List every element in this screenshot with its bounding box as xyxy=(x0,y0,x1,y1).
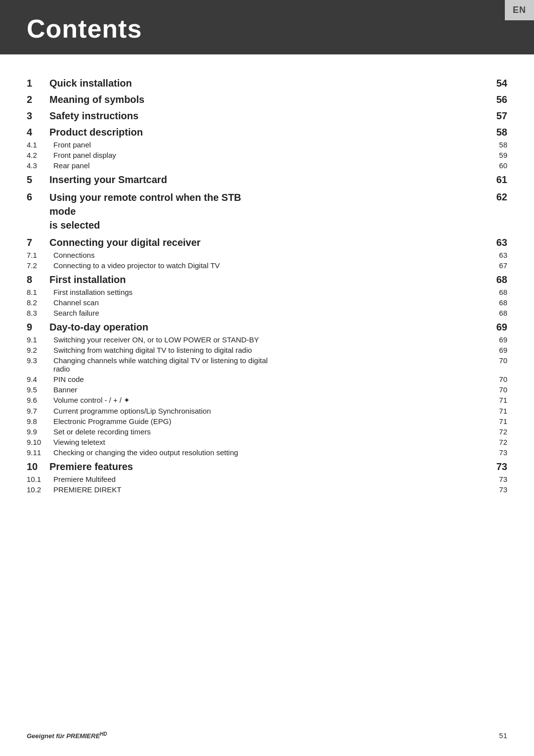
toc-page-4-2: 59 xyxy=(490,151,507,159)
toc-number-10: 10 xyxy=(27,461,49,472)
toc-label-9: Day-to-day operation xyxy=(49,322,269,333)
toc-entry-4: 4 Product description 58 xyxy=(27,123,507,140)
toc-entry-5: 5 Inserting your Smartcard 61 xyxy=(27,171,507,187)
footer-brand-name: PREMIEREHD xyxy=(66,732,107,740)
toc-page-4: 58 xyxy=(490,127,507,138)
toc-number-9-6: 9.6 xyxy=(27,396,53,404)
footer-page-number: 51 xyxy=(499,731,507,740)
toc-label-3: Safety instructions xyxy=(49,110,269,122)
toc-page-1: 54 xyxy=(490,78,507,89)
toc-page-8: 68 xyxy=(490,274,507,285)
toc-page-7-1: 63 xyxy=(490,251,507,259)
toc-page-9-7: 71 xyxy=(490,407,507,415)
toc-entry-7-1: 7.1 Connections 63 xyxy=(27,250,507,260)
toc-entry-9: 9 Day-to-day operation 69 xyxy=(27,318,507,334)
toc-number-3: 3 xyxy=(27,110,49,122)
toc-page-9-9: 72 xyxy=(490,427,507,436)
toc-number-4: 4 xyxy=(27,127,49,138)
toc-label-9-3: Changing channels while watching digital… xyxy=(53,356,271,373)
toc-entry-9-11: 9.11 Checking or changing the video outp… xyxy=(27,447,507,458)
toc-label-9-9: Set or delete recording timers xyxy=(53,427,271,436)
toc-page-9-4: 70 xyxy=(490,375,507,383)
toc-number-8-1: 8.1 xyxy=(27,288,53,296)
toc-label-7-1: Connections xyxy=(53,251,271,259)
toc-entry-4-3: 4.3 Rear panel 60 xyxy=(27,160,507,171)
page-title: Contents xyxy=(27,14,142,43)
toc-entry-6: 6 Using your remote control when the STB… xyxy=(27,187,507,234)
toc-label-9-8: Electronic Programme Guide (EPG) xyxy=(53,417,271,425)
toc-page-9-6: 71 xyxy=(490,396,507,404)
toc-number-8-3: 8.3 xyxy=(27,309,53,317)
toc-entry-9-3: 9.3 Changing channels while watching dig… xyxy=(27,355,507,374)
toc-page-4-3: 60 xyxy=(490,161,507,170)
footer-brand-prefix: Geeignet für xyxy=(27,732,66,740)
toc-page-9-1: 69 xyxy=(490,335,507,344)
toc-entry-1: 1 Quick installation 54 xyxy=(27,74,507,91)
toc-number-4-3: 4.3 xyxy=(27,161,53,170)
toc-entry-10-1: 10.1 Premiere Multifeed 73 xyxy=(27,474,507,484)
toc-entry-9-10: 9.10 Viewing teletext 72 xyxy=(27,437,507,447)
toc-page-6: 62 xyxy=(490,190,507,203)
toc-entry-9-9: 9.9 Set or delete recording timers 72 xyxy=(27,426,507,437)
toc-entry-7-2: 7.2 Connecting to a video projector to w… xyxy=(27,260,507,271)
toc-page-4-1: 58 xyxy=(490,141,507,149)
toc-number-5: 5 xyxy=(27,174,49,186)
toc-number-6: 6 xyxy=(27,190,49,203)
toc-number-7: 7 xyxy=(27,237,49,248)
toc-label-7-2: Connecting to a video projector to watch… xyxy=(53,261,271,270)
footer: Geeignet für PREMIEREHD 51 xyxy=(0,731,534,740)
toc-number-7-1: 7.1 xyxy=(27,251,53,259)
toc-number-1: 1 xyxy=(27,78,49,89)
toc-entry-2: 2 Meaning of symbols 56 xyxy=(27,91,507,107)
toc-label-10-1: Premiere Multifeed xyxy=(53,475,271,483)
toc-label-7: Connecting your digital receiver xyxy=(49,237,269,248)
toc-number-9-9: 9.9 xyxy=(27,427,53,436)
toc-label-9-6: Volume control - / + / ✦ xyxy=(53,396,271,405)
toc-label-5: Inserting your Smartcard xyxy=(49,174,269,186)
toc-page-9-11: 73 xyxy=(490,448,507,457)
toc-label-9-5: Banner xyxy=(53,385,271,394)
toc-label-8: First installation xyxy=(49,274,269,285)
toc-entry-9-5: 9.5 Banner 70 xyxy=(27,384,507,395)
toc-number-9-10: 9.10 xyxy=(27,438,53,446)
toc-label-8-2: Channel scan xyxy=(53,298,271,307)
language-tab: EN xyxy=(505,0,534,20)
toc-entry-9-7: 9.7 Current programme options/Lip Synchr… xyxy=(27,406,507,416)
toc-entry-10-2: 10.2 PREMIERE DIREKT 73 xyxy=(27,484,507,495)
toc-page-9: 69 xyxy=(490,322,507,333)
toc-page-8-1: 68 xyxy=(490,288,507,296)
toc-label-4-2: Front panel display xyxy=(53,151,271,159)
toc-number-9-4: 9.4 xyxy=(27,375,53,383)
toc-label-9-4: PIN code xyxy=(53,375,271,383)
toc-page-9-2: 69 xyxy=(490,346,507,354)
footer-brand: Geeignet für PREMIEREHD xyxy=(27,731,107,740)
toc-entry-8-1: 8.1 First installation settings 68 xyxy=(27,287,507,297)
toc-page-5: 61 xyxy=(490,174,507,186)
toc-page-10-1: 73 xyxy=(490,475,507,483)
toc-number-9-7: 9.7 xyxy=(27,407,53,415)
toc-number-9-11: 9.11 xyxy=(27,448,53,457)
toc-number-2: 2 xyxy=(27,94,49,105)
toc-page-10-2: 73 xyxy=(490,485,507,494)
toc-page-3: 57 xyxy=(490,110,507,122)
toc-page-8-2: 68 xyxy=(490,298,507,307)
toc-label-6: Using your remote control when the STB m… xyxy=(49,190,269,232)
toc-number-10-2: 10.2 xyxy=(27,485,53,494)
toc-label-4-1: Front panel xyxy=(53,141,271,149)
toc-entry-9-8: 9.8 Electronic Programme Guide (EPG) 71 xyxy=(27,416,507,426)
toc-label-8-3: Search failure xyxy=(53,309,271,317)
toc-page-7-2: 67 xyxy=(490,261,507,270)
toc-entry-9-6: 9.6 Volume control - / + / ✦ 71 xyxy=(27,395,507,406)
toc-page-9-10: 72 xyxy=(490,438,507,446)
toc-entry-4-1: 4.1 Front panel 58 xyxy=(27,140,507,150)
toc-content: 1 Quick installation 54 2 Meaning of sym… xyxy=(0,74,534,534)
toc-label-2: Meaning of symbols xyxy=(49,94,269,105)
toc-entry-7: 7 Connecting your digital receiver 63 xyxy=(27,234,507,250)
toc-label-4: Product description xyxy=(49,127,269,138)
toc-label-10: Premiere features xyxy=(49,461,269,472)
toc-label-8-1: First installation settings xyxy=(53,288,271,296)
toc-entry-10: 10 Premiere features 73 xyxy=(27,458,507,474)
toc-label-9-10: Viewing teletext xyxy=(53,438,271,446)
toc-number-8-2: 8.2 xyxy=(27,298,53,307)
toc-number-9-5: 9.5 xyxy=(27,385,53,394)
